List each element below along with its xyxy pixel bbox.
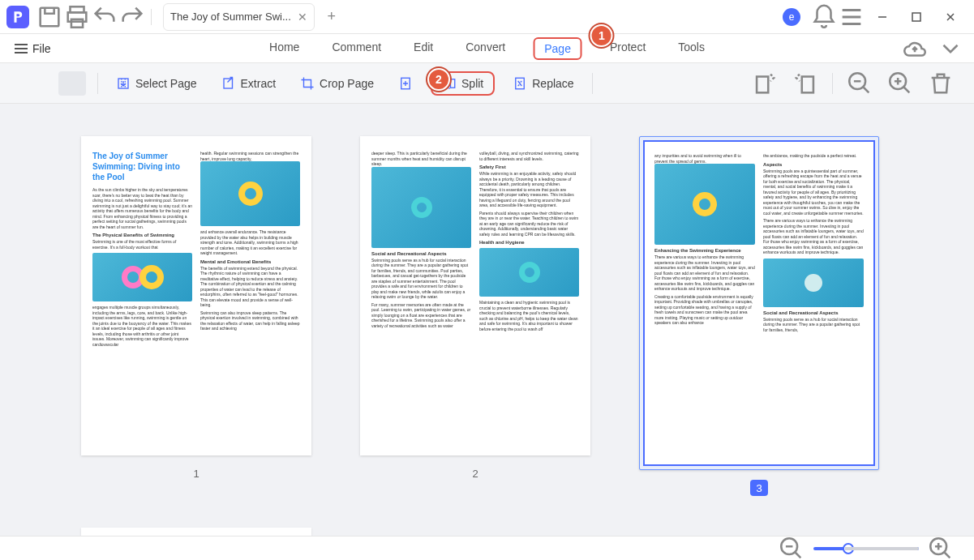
svg-rect-6 bbox=[224, 79, 233, 88]
titlebar: The Joy of Summer Swi... ✕ + e bbox=[0, 0, 974, 34]
select-page-button[interactable]: Select Page bbox=[109, 71, 204, 96]
callout-1: 1 bbox=[590, 24, 613, 47]
new-tab-button[interactable]: + bbox=[320, 8, 344, 25]
delete-icon[interactable] bbox=[927, 72, 955, 95]
pool-image bbox=[763, 259, 864, 307]
pool-image bbox=[92, 253, 192, 301]
hand-tool[interactable] bbox=[19, 71, 47, 96]
menu-home[interactable]: Home bbox=[264, 37, 304, 60]
rotate-right-icon[interactable] bbox=[792, 72, 819, 95]
menu-page[interactable]: Page 1 bbox=[533, 37, 582, 60]
next-page-stub bbox=[81, 528, 311, 536]
close-tab-icon[interactable]: ✕ bbox=[298, 11, 307, 24]
zoom-out-icon[interactable] bbox=[778, 537, 805, 560]
page-title: The Joy of Summer Swimming: Diving into … bbox=[92, 151, 192, 182]
zoom-slider[interactable] bbox=[813, 547, 919, 550]
file-menu[interactable]: File bbox=[10, 39, 56, 58]
minimize-button[interactable] bbox=[865, 2, 899, 32]
page-number: 3 bbox=[750, 480, 768, 496]
user-avatar[interactable]: e bbox=[783, 8, 800, 26]
pool-image bbox=[479, 248, 579, 297]
tab-title: The Joy of Summer Swi... bbox=[170, 11, 291, 23]
page-thumbnail-3[interactable]: any impurities and to avoid swimming whe… bbox=[639, 136, 879, 520]
page-thumbnail-2[interactable]: deeper sleep. This is particularly benef… bbox=[360, 136, 590, 520]
redo-icon[interactable] bbox=[118, 6, 146, 28]
menu-tools[interactable]: Tools bbox=[673, 37, 710, 60]
pool-image bbox=[200, 161, 300, 226]
svg-rect-12 bbox=[802, 76, 813, 92]
menu-convert[interactable]: Convert bbox=[461, 37, 510, 60]
page-toolbar: Select Page Extract Crop Page 2 Split Re… bbox=[0, 63, 974, 104]
menu-edit[interactable]: Edit bbox=[409, 37, 438, 60]
slider-thumb[interactable] bbox=[843, 543, 854, 554]
menubar: File Home Comment Edit Convert Page 1 Pr… bbox=[0, 34, 974, 63]
replace-button[interactable]: Replace bbox=[506, 71, 580, 96]
separator bbox=[97, 73, 98, 94]
main-menu: Home Comment Edit Convert Page 1 Protect… bbox=[264, 37, 710, 60]
menu-icon[interactable] bbox=[838, 6, 865, 28]
hamburger-icon bbox=[15, 44, 28, 53]
app-icon bbox=[6, 6, 29, 28]
separator bbox=[832, 73, 833, 94]
cursor-tool[interactable] bbox=[58, 71, 86, 96]
svg-rect-9 bbox=[451, 79, 455, 88]
pool-image bbox=[371, 167, 471, 248]
page-number: 1 bbox=[187, 465, 205, 481]
callout-2: 2 bbox=[427, 68, 450, 91]
zoom-in-icon[interactable] bbox=[927, 537, 955, 560]
svg-rect-4 bbox=[912, 13, 920, 21]
cloud-icon[interactable] bbox=[901, 37, 929, 60]
svg-rect-3 bbox=[71, 19, 83, 27]
svg-rect-11 bbox=[757, 76, 768, 92]
collapse-icon[interactable] bbox=[937, 37, 964, 60]
statusbar bbox=[0, 536, 974, 560]
crop-page-button[interactable]: Crop Page bbox=[294, 71, 380, 96]
insert-button[interactable]: 2 bbox=[392, 71, 419, 96]
menu-comment[interactable]: Comment bbox=[327, 37, 386, 60]
zoom-out-icon[interactable] bbox=[846, 72, 873, 95]
rotate-left-icon[interactable] bbox=[751, 72, 779, 95]
page-thumbnail-1[interactable]: The Joy of Summer Swimming: Diving into … bbox=[81, 136, 311, 520]
pool-image bbox=[654, 164, 755, 245]
maximize-button[interactable] bbox=[899, 2, 933, 32]
save-icon[interactable] bbox=[36, 6, 63, 28]
page-number: 2 bbox=[466, 465, 484, 481]
svg-rect-0 bbox=[41, 7, 59, 26]
undo-icon[interactable] bbox=[91, 6, 118, 28]
extract-button[interactable]: Extract bbox=[215, 71, 283, 96]
page-thumbnails: The Joy of Summer Swimming: Diving into … bbox=[0, 104, 974, 536]
zoom-in-icon[interactable] bbox=[886, 72, 914, 95]
separator bbox=[592, 73, 593, 94]
bell-icon[interactable] bbox=[810, 6, 838, 28]
file-label: File bbox=[32, 42, 51, 55]
print-icon[interactable] bbox=[63, 6, 91, 28]
divider bbox=[151, 9, 152, 25]
close-button[interactable] bbox=[933, 2, 968, 32]
document-tab[interactable]: The Joy of Summer Swi... ✕ bbox=[163, 3, 315, 31]
